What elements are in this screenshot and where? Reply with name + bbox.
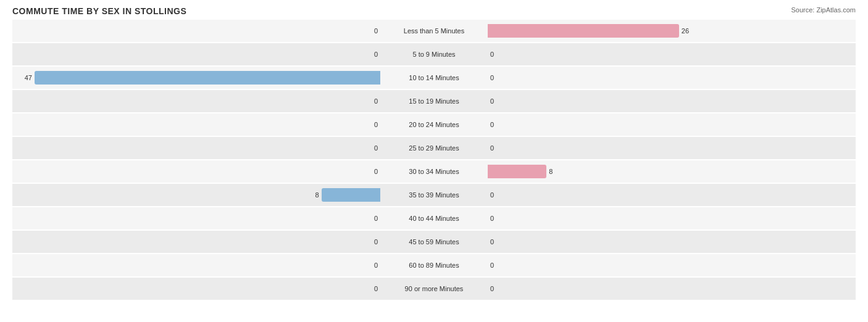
- female-value: 0: [488, 262, 496, 269]
- right-section: 0: [485, 231, 856, 253]
- chart-row: 015 to 19 Minutes0: [12, 90, 856, 112]
- row-label: 60 to 89 Minutes: [383, 262, 485, 269]
- male-value: 0: [372, 238, 380, 246]
- chart-title: COMMUTE TIME BY SEX IN STOLLINGS: [12, 6, 856, 16]
- left-section: 0: [12, 43, 383, 65]
- female-value: 0: [488, 191, 496, 199]
- female-value: 0: [488, 74, 496, 81]
- chart-row: 4710 to 14 Minutes0: [12, 67, 856, 89]
- row-label: 45 to 59 Minutes: [383, 238, 485, 246]
- female-value: 8: [546, 168, 555, 175]
- right-section: 0: [485, 90, 856, 112]
- row-label: 25 to 29 Minutes: [383, 144, 485, 152]
- row-label: 30 to 34 Minutes: [383, 168, 485, 175]
- female-value: 26: [679, 27, 691, 35]
- male-value: 0: [372, 262, 380, 269]
- female-value: 0: [488, 285, 496, 292]
- male-bar: [35, 71, 380, 85]
- row-label: 40 to 44 Minutes: [383, 215, 485, 222]
- chart-container: COMMUTE TIME BY SEX IN STOLLINGS Source:…: [0, 0, 868, 322]
- female-value: 0: [488, 238, 496, 246]
- left-section: 0: [12, 160, 383, 183]
- female-value: 0: [488, 121, 496, 128]
- female-bar: [488, 24, 679, 38]
- chart-row: 030 to 34 Minutes8: [12, 160, 856, 183]
- chart-row: 05 to 9 Minutes0: [12, 43, 856, 65]
- chart-row: 020 to 24 Minutes0: [12, 114, 856, 136]
- right-section: 0: [485, 254, 856, 276]
- male-value: 0: [372, 215, 380, 222]
- row-label: Less than 5 Minutes: [383, 27, 485, 35]
- chart-row: 045 to 59 Minutes0: [12, 231, 856, 253]
- left-section: 8: [12, 184, 383, 206]
- row-label: 20 to 24 Minutes: [383, 121, 485, 128]
- female-value: 0: [488, 97, 496, 105]
- right-section: 0: [485, 184, 856, 206]
- left-section: 0: [12, 231, 383, 253]
- male-bar: [322, 188, 380, 202]
- left-section: 0: [12, 254, 383, 276]
- chart-row: 040 to 44 Minutes0: [12, 207, 856, 229]
- female-value: 0: [488, 144, 496, 152]
- right-section: 0: [485, 278, 856, 300]
- left-section: 0: [12, 278, 383, 300]
- chart-row: 835 to 39 Minutes0: [12, 184, 856, 206]
- left-section: 0: [12, 137, 383, 159]
- left-section: 0: [12, 114, 383, 136]
- left-section: 47: [12, 67, 383, 89]
- male-value: 0: [372, 51, 380, 58]
- chart-row: 060 to 89 Minutes0: [12, 254, 856, 276]
- row-label: 5 to 9 Minutes: [383, 51, 485, 58]
- female-bar: [488, 165, 546, 178]
- right-section: 0: [485, 114, 856, 136]
- row-label: 90 or more Minutes: [383, 285, 485, 292]
- right-section: 0: [485, 137, 856, 159]
- left-section: 0: [12, 207, 383, 229]
- left-section: 0: [12, 90, 383, 112]
- right-section: 0: [485, 207, 856, 229]
- row-label: 35 to 39 Minutes: [383, 191, 485, 199]
- male-value: 8: [313, 191, 322, 199]
- male-value: 0: [372, 168, 380, 175]
- row-label: 15 to 19 Minutes: [383, 97, 485, 105]
- male-value: 0: [372, 144, 380, 152]
- right-section: 26: [485, 20, 856, 42]
- male-value: 47: [22, 74, 35, 81]
- right-section: 8: [485, 160, 856, 183]
- left-section: 0: [12, 20, 383, 42]
- male-value: 0: [372, 285, 380, 292]
- chart-row: 0Less than 5 Minutes26: [12, 20, 856, 42]
- chart-row: 025 to 29 Minutes0: [12, 137, 856, 159]
- male-value: 0: [372, 121, 380, 128]
- row-label: 10 to 14 Minutes: [383, 74, 485, 81]
- male-value: 0: [372, 97, 380, 105]
- female-value: 0: [488, 51, 496, 58]
- male-value: 0: [372, 27, 380, 35]
- right-section: 0: [485, 67, 856, 89]
- female-value: 0: [488, 215, 496, 222]
- chart-row: 090 or more Minutes0: [12, 278, 856, 300]
- right-section: 0: [485, 43, 856, 65]
- chart-area: 0Less than 5 Minutes2605 to 9 Minutes047…: [12, 20, 856, 285]
- source-text: Source: ZipAtlas.com: [791, 6, 856, 14]
